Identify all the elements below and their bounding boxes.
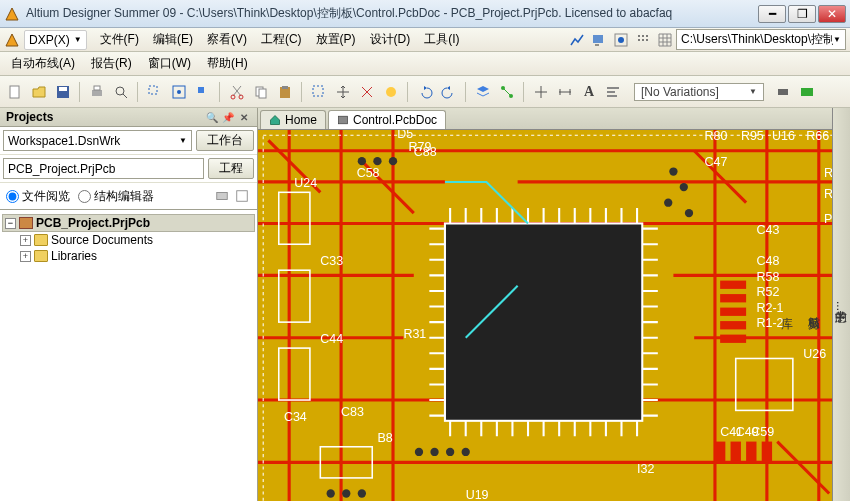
search-icon[interactable]: 🔍 (205, 110, 219, 124)
menu-project[interactable]: 工程(C) (254, 29, 309, 50)
expand-icon[interactable]: + (20, 235, 31, 246)
zoom-region-button[interactable] (144, 81, 166, 103)
minimize-button[interactable]: ━ (758, 5, 786, 23)
right-tab-favorites[interactable]: 中意的... (831, 295, 850, 317)
chart-icon[interactable] (566, 29, 588, 51)
project-select[interactable]: PCB_Project.PrjPcb (3, 158, 204, 179)
redo-button[interactable] (438, 81, 460, 103)
menu-file[interactable]: 文件(F) (93, 29, 146, 50)
dimension-button[interactable] (554, 81, 576, 103)
menu-report[interactable]: 报告(R) (84, 53, 139, 74)
component-button[interactable] (772, 81, 794, 103)
title-bar: Altium Designer Summer 09 - C:\Users\Thi… (0, 0, 850, 28)
tree-item-source[interactable]: + Source Documents (2, 232, 255, 248)
pcb-editor-view[interactable]: U24C58C88C33R79D5C44R31C34C83B8R80R95U16… (258, 130, 850, 501)
project-button[interactable]: 工程 (208, 158, 254, 179)
svg-rect-15 (149, 86, 157, 94)
menu-view[interactable]: 察看(V) (200, 29, 254, 50)
copy-button[interactable] (250, 81, 272, 103)
workspace-button[interactable]: 工作台 (196, 130, 254, 151)
projects-panel: Projects 🔍 📌 ✕ Workspace1.DsnWrk▼ 工作台 PC… (0, 108, 258, 501)
svg-rect-52 (762, 442, 772, 463)
tree-item-libraries[interactable]: + Libraries (2, 248, 255, 264)
menu-autoroute[interactable]: 自动布线(A) (4, 53, 82, 74)
file-view-radio[interactable]: 文件阅览 (6, 188, 70, 205)
new-doc-button[interactable] (4, 81, 26, 103)
designator-label: I32 (637, 462, 654, 476)
cross-probe-button[interactable] (530, 81, 552, 103)
panel-close-icon[interactable]: ✕ (237, 110, 251, 124)
menu-tools[interactable]: 工具(I) (417, 29, 466, 50)
tree-root[interactable]: − PCB_Project.PrjPcb (2, 214, 255, 232)
file-view-label: 文件阅览 (22, 188, 70, 205)
dropdown-button-1[interactable] (588, 29, 610, 51)
select-button[interactable] (308, 81, 330, 103)
svg-rect-38 (445, 223, 642, 420)
projects-title: Projects (6, 110, 53, 124)
structure-view-input[interactable] (78, 190, 91, 203)
panel-btn-1[interactable] (213, 187, 231, 205)
designator-label: U24 (294, 176, 317, 190)
zoom-selected-button[interactable] (192, 81, 214, 103)
zoom-fit-button[interactable] (168, 81, 190, 103)
net-button[interactable] (496, 81, 518, 103)
designator-label: C34 (284, 410, 307, 424)
move-button[interactable] (332, 81, 354, 103)
variations-combobox[interactable]: [No Variations]▼ (634, 83, 764, 101)
expand-icon[interactable]: + (20, 251, 31, 262)
pin-icon[interactable]: 📌 (221, 110, 235, 124)
right-dock: 中意的... 剪贴板 库 (832, 108, 850, 501)
project-tree: − PCB_Project.PrjPcb + Source Documents … (0, 210, 257, 501)
maximize-button[interactable]: ❐ (788, 5, 816, 23)
collapse-icon[interactable]: − (5, 218, 16, 229)
designator-label: C83 (341, 405, 364, 419)
menu-window[interactable]: 窗口(W) (141, 53, 198, 74)
svg-rect-30 (607, 91, 615, 93)
tree-item-label: Source Documents (51, 233, 153, 247)
window-buttons: ━ ❐ ✕ (758, 5, 846, 23)
cut-button[interactable] (226, 81, 248, 103)
svg-point-2 (618, 37, 624, 43)
structure-view-radio[interactable]: 结构编辑器 (78, 188, 154, 205)
save-button[interactable] (52, 81, 74, 103)
svg-rect-12 (92, 90, 102, 96)
designator-label: R31 (403, 327, 426, 341)
dxp-menu[interactable]: DXP(X)▼ (24, 30, 87, 50)
preview-button[interactable] (110, 81, 132, 103)
file-view-input[interactable] (6, 190, 19, 203)
text-button[interactable]: A (578, 81, 600, 103)
svg-rect-31 (607, 95, 617, 97)
tab-control-pcb[interactable]: Control.PcbDoc (328, 110, 446, 129)
right-tab-library[interactable]: 库 (777, 301, 796, 313)
deselect-button[interactable] (356, 81, 378, 103)
designator-label: C47 (705, 155, 728, 169)
grid-dots-icon[interactable] (632, 29, 654, 51)
close-button[interactable]: ✕ (818, 5, 846, 23)
menu-design[interactable]: 设计(D) (363, 29, 418, 50)
right-tab-clipboard[interactable]: 剪贴板 (804, 301, 823, 313)
workspace-select[interactable]: Workspace1.DsnWrk▼ (3, 130, 192, 151)
menu-edit[interactable]: 编辑(E) (146, 29, 200, 50)
menu-help[interactable]: 帮助(H) (200, 53, 255, 74)
path-combobox[interactable]: C:\Users\Think\Desktop\控制板▼ (676, 29, 846, 50)
designator-label: C33 (320, 254, 343, 268)
svg-point-14 (116, 87, 124, 95)
menu-place[interactable]: 放置(P) (309, 29, 363, 50)
clear-button[interactable] (380, 81, 402, 103)
tab-home[interactable]: Home (260, 110, 326, 129)
designator-label: U19 (466, 488, 489, 501)
align-button[interactable] (602, 81, 624, 103)
dropdown-button-2[interactable] (610, 29, 632, 51)
print-button[interactable] (86, 81, 108, 103)
undo-button[interactable] (414, 81, 436, 103)
designator-label: R66 (806, 130, 829, 143)
board-button[interactable] (796, 81, 818, 103)
tab-doc-label: Control.PcbDoc (353, 113, 437, 127)
svg-point-26 (386, 87, 396, 97)
grid-button[interactable] (654, 29, 676, 51)
svg-point-54 (373, 157, 381, 165)
open-button[interactable] (28, 81, 50, 103)
layer-button[interactable] (472, 81, 494, 103)
panel-btn-2[interactable] (233, 187, 251, 205)
paste-button[interactable] (274, 81, 296, 103)
